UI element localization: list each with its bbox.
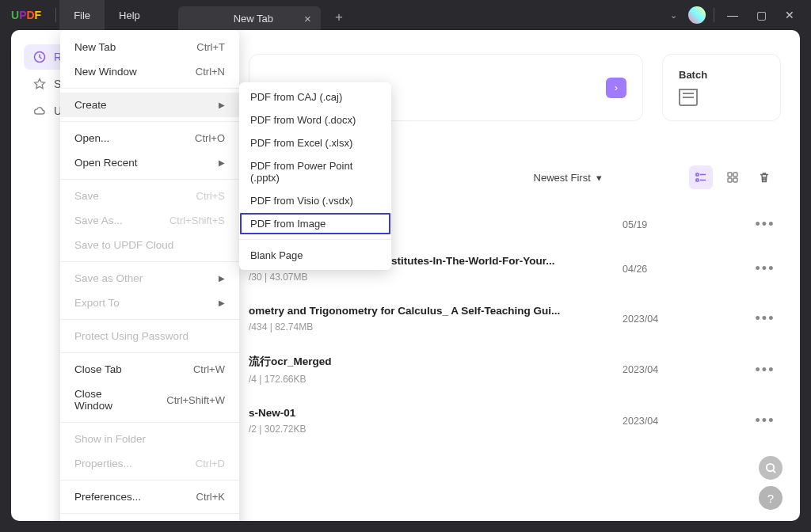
- submenu-item-pdf-from-power-point-pptx[interactable]: PDF from Power Point (.pptx): [239, 154, 391, 189]
- file-meta: /434 | 82.74MB: [249, 321, 607, 332]
- more-icon[interactable]: •••: [749, 412, 781, 429]
- more-icon[interactable]: •••: [749, 216, 781, 233]
- file-row[interactable]: 流行ocr_Merged /4 | 172.66KB 2023/04 •••: [249, 344, 781, 396]
- more-icon[interactable]: •••: [749, 310, 781, 327]
- menu-item-label: PDF from Excel (.xlsx): [250, 137, 352, 149]
- menu-item-label: Export To: [74, 297, 120, 309]
- tab-label: New Tab: [234, 13, 273, 25]
- menu-item-properties: Properties...Ctrl+D: [60, 451, 239, 476]
- menu-item-save: SaveCtrl+S: [60, 184, 239, 208]
- menu-help[interactable]: Help: [105, 0, 154, 30]
- tab-new[interactable]: New Tab ×: [178, 6, 321, 30]
- menu-item-print: Print...Ctrl+P: [60, 518, 239, 521]
- file-info: s-New-01 /2 | 302.72KB: [249, 407, 607, 435]
- file-date: 2023/04: [623, 364, 725, 375]
- sort-select[interactable]: Newest First ▾: [534, 172, 602, 184]
- menu-item-save-to-updf-cloud: Save to UPDF Cloud: [60, 233, 239, 257]
- file-date: 05/19: [623, 219, 725, 230]
- menu-item-label: New Tab: [74, 41, 116, 53]
- avatar[interactable]: [688, 6, 706, 24]
- menu-shortcut: Ctrl+Shift+W: [135, 394, 225, 406]
- submenu-item-pdf-from-image[interactable]: PDF from Image: [239, 212, 391, 235]
- chevron-down-icon[interactable]: ⌄: [670, 10, 677, 21]
- more-icon[interactable]: •••: [749, 362, 781, 378]
- create-submenu: PDF from CAJ (.caj)PDF from Word (.docx)…: [239, 82, 391, 270]
- list-view-button[interactable]: [689, 165, 713, 189]
- menu-item-label: Properties...: [74, 458, 132, 469]
- menu-item-open[interactable]: Open...Ctrl+O: [60, 126, 239, 150]
- menu-shortcut: Ctrl+D: [164, 458, 225, 469]
- svg-point-9: [766, 463, 773, 470]
- menu-item-preferences[interactable]: Preferences...Ctrl+K: [60, 484, 239, 509]
- arrow-right-icon[interactable]: ›: [606, 78, 626, 98]
- menu-item-label: PDF from Word (.docx): [250, 114, 356, 126]
- menu-shortcut: Ctrl+O: [163, 132, 225, 144]
- menu-separator: [60, 261, 239, 262]
- menu-shortcut: Ctrl+K: [165, 491, 225, 503]
- menu-item-label: Protect Using Password: [74, 330, 188, 342]
- menu-item-create[interactable]: Create▶: [60, 93, 239, 117]
- file-row[interactable]: s-New-01 /2 | 302.72KB 2023/04 •••: [249, 396, 781, 446]
- menu-shortcut: Ctrl+W: [162, 363, 225, 375]
- menu-item-new-tab[interactable]: New TabCtrl+T: [60, 35, 239, 59]
- trash-button[interactable]: [752, 165, 776, 189]
- close-icon[interactable]: ×: [304, 12, 311, 25]
- menu-item-open-recent[interactable]: Open Recent▶: [60, 150, 239, 175]
- menu-item-label: Close Tab: [74, 363, 122, 375]
- menu-file[interactable]: File: [59, 0, 105, 30]
- menu-shortcut: Ctrl+N: [164, 66, 225, 78]
- menu-item-new-window[interactable]: New WindowCtrl+N: [60, 59, 239, 84]
- file-meta: /30 | 43.07MB: [249, 272, 607, 283]
- separator: [55, 8, 56, 22]
- submenu-item-pdf-from-excel-xlsx[interactable]: PDF from Excel (.xlsx): [239, 131, 391, 154]
- file-meta: /2 | 302.72KB: [249, 424, 607, 435]
- svg-rect-2: [696, 179, 699, 181]
- menu-separator: [60, 422, 239, 423]
- submenu-item-pdf-from-visio-vsdx[interactable]: PDF from Visio (.vsdx): [239, 189, 391, 212]
- batch-label: Batch: [679, 69, 764, 81]
- menu-item-label: Preferences...: [74, 491, 141, 503]
- menu-item-label: Open Recent: [74, 157, 138, 169]
- menu-item-show-in-folder: Show in Folder: [60, 427, 239, 451]
- file-name: 流行ocr_Merged: [249, 355, 607, 369]
- svg-rect-1: [696, 173, 699, 176]
- menu-item-label: Save as Other: [74, 272, 143, 284]
- menu-item-label: Blank Page: [250, 249, 303, 261]
- file-date: 04/26: [623, 264, 725, 275]
- close-button[interactable]: ✕: [776, 0, 803, 30]
- file-row[interactable]: ometry and Trigonometry for Calculus_ A …: [249, 294, 781, 344]
- grid-view-button[interactable]: [721, 165, 744, 189]
- submenu-item-blank-page[interactable]: Blank Page: [239, 244, 391, 267]
- maximize-button[interactable]: ▢: [748, 0, 775, 30]
- menu-item-label: Save to UPDF Cloud: [74, 239, 173, 251]
- menu-item-label: Close Window: [74, 388, 135, 412]
- submenu-item-pdf-from-caj-caj[interactable]: PDF from CAJ (.caj): [239, 86, 391, 108]
- search-fab[interactable]: [759, 456, 782, 480]
- menu-item-label: Save: [74, 190, 99, 202]
- file-name: s-New-01: [249, 407, 607, 419]
- menu-item-label: PDF from Visio (.vsdx): [250, 195, 353, 207]
- file-date: 2023/04: [623, 416, 725, 427]
- add-tab-button[interactable]: +: [327, 6, 351, 29]
- svg-rect-5: [728, 173, 732, 177]
- menu-item-label: New Window: [74, 66, 137, 78]
- minimize-button[interactable]: —: [719, 0, 746, 30]
- menu-item-close-tab[interactable]: Close TabCtrl+W: [60, 357, 239, 382]
- file-meta: /4 | 172.66KB: [249, 374, 607, 385]
- help-fab[interactable]: ?: [759, 486, 782, 510]
- svg-rect-7: [728, 178, 732, 182]
- menu-item-label: PDF from Power Point (.pptx): [250, 160, 380, 184]
- menu-item-close-window[interactable]: Close WindowCtrl+Shift+W: [60, 382, 239, 418]
- menu-separator: [60, 88, 239, 89]
- menu-separator: [60, 480, 239, 481]
- menu-item-protect-using-password: Protect Using Password: [60, 324, 239, 348]
- menu-item-label: Open...: [74, 132, 109, 144]
- batch-card[interactable]: Batch: [662, 54, 781, 121]
- menu-item-label: Save As...: [74, 215, 123, 226]
- submenu-item-pdf-from-word-docx[interactable]: PDF from Word (.docx): [239, 108, 391, 131]
- svg-line-10: [773, 470, 775, 473]
- more-icon[interactable]: •••: [749, 260, 781, 277]
- menu-item-save-as: Save As...Ctrl+Shift+S: [60, 208, 239, 233]
- file-name: ometry and Trigonometry for Calculus_ A …: [249, 305, 607, 317]
- menu-separator: [239, 239, 391, 240]
